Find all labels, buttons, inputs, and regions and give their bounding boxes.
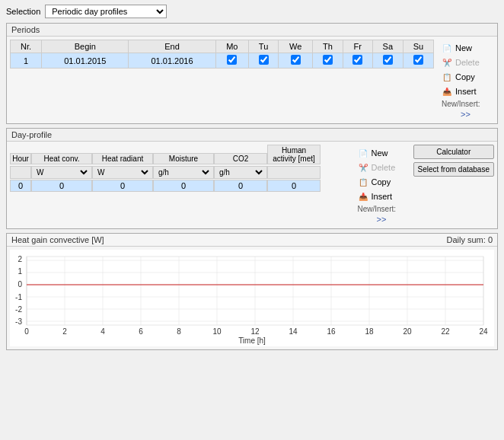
dp-unit-heatrad[interactable]: WkW <box>92 166 153 179</box>
col-tu: Tu <box>248 40 278 53</box>
selection-label: Selection <box>6 7 40 16</box>
periods-actions: 📄 New ✂️ Delete 📋 Copy 📥 Insert <box>437 40 494 120</box>
col-nr: Nr. <box>11 40 42 53</box>
col-fr: Fr <box>343 40 372 53</box>
periods-insert-button[interactable]: 📥 Insert <box>439 84 493 98</box>
dp-new-insert-label: New/Insert: <box>355 204 409 214</box>
calculator-button[interactable]: Calculator <box>413 145 495 159</box>
dp-col-heatrad-header: Heat radiant <box>92 153 153 164</box>
day-profile-actions: 📄 New ✂️ Delete 📋 Copy 📥 Insert <box>353 145 410 225</box>
svg-text:0: 0 <box>18 280 22 289</box>
svg-text:-3: -3 <box>15 317 22 326</box>
dp-data-heatrad[interactable]: 0 <box>92 180 153 192</box>
dp-insert-icon: 📥 <box>358 191 368 202</box>
dp-copy-button[interactable]: 📋 Copy <box>355 175 409 189</box>
svg-text:14: 14 <box>289 327 298 336</box>
dp-unit-co2[interactable]: g/hkg/h <box>214 166 267 179</box>
dp-new-insert-arrows[interactable]: >> <box>355 215 409 224</box>
periods-new-insert-label: New/Insert: <box>439 99 493 109</box>
dp-col-human-header: Human activity [met] <box>267 145 321 164</box>
periods-panel-title: Periods <box>7 24 497 37</box>
selection-dropdown[interactable]: Periodic day profiles Annual profiles We… <box>45 5 167 18</box>
dp-data-moisture[interactable]: 0 <box>153 180 214 192</box>
dp-co2-unit-select[interactable]: g/hkg/h <box>216 167 265 177</box>
periods-copy-button[interactable]: 📋 Copy <box>439 70 493 84</box>
periods-delete-button[interactable]: ✂️ Delete <box>439 56 493 69</box>
cell-th[interactable] <box>313 53 343 69</box>
col-we: We <box>279 40 313 53</box>
col-th: Th <box>313 40 343 53</box>
svg-text:0: 0 <box>24 327 29 336</box>
dp-unit-human <box>267 166 321 179</box>
dp-copy-icon: 📋 <box>358 177 368 187</box>
dp-data-human[interactable]: 0 <box>267 180 321 192</box>
svg-text:18: 18 <box>365 327 374 336</box>
cell-nr: 1 <box>11 53 42 69</box>
svg-text:6: 6 <box>139 327 143 336</box>
cell-mo[interactable] <box>215 53 248 69</box>
cell-tu[interactable] <box>248 53 278 69</box>
svg-text:16: 16 <box>327 327 336 336</box>
chart-daily-sum: Daily sum: 0 <box>446 235 493 244</box>
copy-icon: 📋 <box>442 72 452 82</box>
svg-text:20: 20 <box>403 327 412 336</box>
chart-svg: 2 1 0 -1 -2 -3 <box>13 253 493 336</box>
svg-text:2: 2 <box>62 327 67 336</box>
cell-sa[interactable] <box>372 53 403 69</box>
day-profile-panel: Day-profile Hour Heat conv. Heat radiant… <box>6 128 498 229</box>
dp-col-hour-header: Hour <box>10 153 31 164</box>
dp-unit-heatconv[interactable]: WkW <box>31 166 92 179</box>
chart-x-label: Time [h] <box>13 336 491 345</box>
chart-panel: Heat gain convective [W] Daily sum: 0 2 … <box>6 233 498 350</box>
col-end: End <box>129 40 215 53</box>
cell-begin: 01.01.2015 <box>42 53 129 69</box>
select-from-database-button[interactable]: Select from database <box>413 162 495 177</box>
svg-text:22: 22 <box>441 327 450 336</box>
dp-new-icon: 📄 <box>358 148 368 158</box>
dp-data-heatconv[interactable]: 0 <box>31 180 92 192</box>
svg-text:1: 1 <box>18 267 22 276</box>
dp-heatrad-unit-select[interactable]: WkW <box>94 167 151 177</box>
dp-data-hour[interactable]: 0 <box>10 180 31 192</box>
table-row[interactable]: 1 01.01.2015 01.01.2016 <box>11 53 434 69</box>
dp-delete-icon: ✂️ <box>358 162 368 173</box>
cell-fr[interactable] <box>343 53 372 69</box>
chart-title: Heat gain convective [W] <box>11 235 104 244</box>
dp-delete-button[interactable]: ✂️ Delete <box>355 161 409 174</box>
day-profile-right-buttons: Calculator Select from database <box>413 145 495 225</box>
insert-icon: 📥 <box>442 86 452 97</box>
periods-new-insert-arrows[interactable]: >> <box>439 110 493 119</box>
dp-col-moisture-header: Moisture <box>153 153 214 164</box>
col-sa: Sa <box>372 40 403 53</box>
dp-new-button[interactable]: 📄 New <box>355 146 409 160</box>
col-begin: Begin <box>42 40 129 53</box>
svg-text:2: 2 <box>18 255 22 263</box>
chart-header: Heat gain convective [W] Daily sum: 0 <box>7 234 497 247</box>
svg-text:-1: -1 <box>15 293 22 301</box>
svg-text:24: 24 <box>479 327 488 336</box>
col-mo: Mo <box>215 40 248 53</box>
dp-unit-hour <box>10 166 31 179</box>
svg-text:10: 10 <box>212 327 222 336</box>
dp-col-co2-header: CO2 <box>214 153 267 164</box>
new-icon: 📄 <box>442 43 452 53</box>
dp-heatconv-unit-select[interactable]: WkW <box>33 167 90 177</box>
cell-end: 01.01.2016 <box>129 53 215 69</box>
svg-text:-2: -2 <box>15 305 22 314</box>
periods-panel: Periods Nr. Begin End Mo Tu We <box>6 23 498 124</box>
delete-icon: ✂️ <box>442 57 452 68</box>
chart-area: 2 1 0 -1 -2 -3 <box>10 250 494 346</box>
day-profile-panel-title: Day-profile <box>7 129 497 142</box>
periods-new-button[interactable]: 📄 New <box>439 41 493 55</box>
svg-text:4: 4 <box>100 327 105 336</box>
periods-table: Nr. Begin End Mo Tu We Th Fr Sa Su <box>10 40 434 69</box>
cell-we[interactable] <box>279 53 313 69</box>
dp-data-co2[interactable]: 0 <box>214 180 267 192</box>
dp-unit-moisture[interactable]: g/hkg/h <box>153 166 214 179</box>
cell-su[interactable] <box>403 53 433 69</box>
svg-text:12: 12 <box>250 327 260 336</box>
dp-insert-button[interactable]: 📥 Insert <box>355 190 409 203</box>
col-su: Su <box>403 40 433 53</box>
svg-text:8: 8 <box>177 327 181 336</box>
dp-moisture-unit-select[interactable]: g/hkg/h <box>155 167 212 177</box>
